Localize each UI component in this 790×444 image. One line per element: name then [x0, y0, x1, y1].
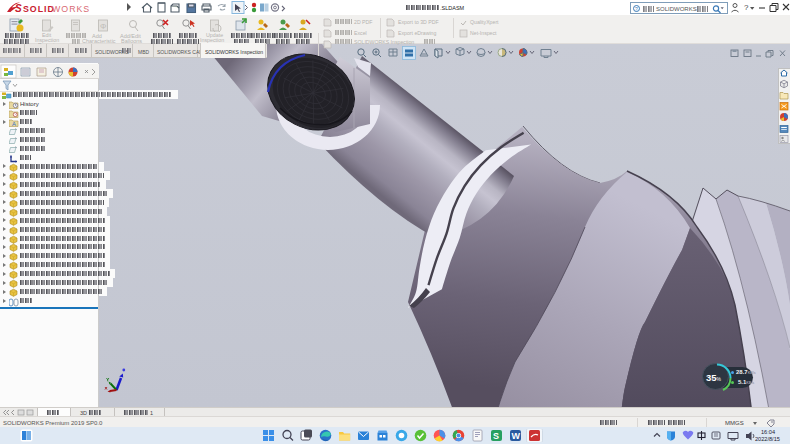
svg-text:Φ: Φ: [100, 22, 106, 31]
svg-text:W: W: [512, 431, 521, 441]
svg-text:S: S: [15, 3, 22, 14]
svg-text:S: S: [493, 431, 499, 441]
svg-text:SOLID: SOLID: [23, 4, 55, 14]
svg-text:WORKS: WORKS: [52, 4, 90, 14]
svg-text:?: ?: [744, 3, 749, 12]
